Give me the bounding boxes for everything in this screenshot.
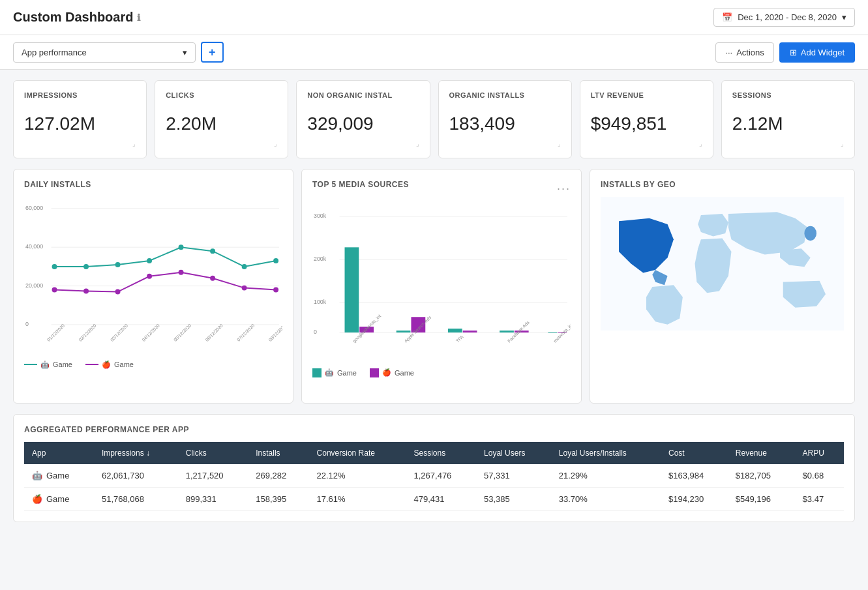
android-icon-2: 🤖 bbox=[325, 368, 334, 377]
app-performance-select[interactable]: App performance ▾ bbox=[13, 42, 196, 63]
aggregated-table: App Impressions ↓ Clicks Installs Conver… bbox=[24, 442, 844, 511]
add-widget-label: Add Widget bbox=[801, 48, 845, 57]
kpi-value-2: 329,009 bbox=[307, 113, 419, 134]
kpi-resize-2[interactable]: ⌟ bbox=[307, 140, 419, 147]
kpi-value-5: 2.12M bbox=[732, 113, 844, 134]
cell-conversion-1: 17.61% bbox=[309, 488, 406, 511]
bar-android-5 bbox=[548, 332, 557, 332]
main-content: IMPRESSIONS 127.02M ⌟ CLICKS 2.20M ⌟ NON… bbox=[0, 70, 868, 533]
actions-button[interactable]: ··· Actions bbox=[715, 42, 773, 63]
kpi-card-5: SESSIONS 2.12M ⌟ bbox=[721, 80, 855, 158]
bar-android-3 bbox=[448, 329, 462, 332]
svg-text:02/12/2020: 02/12/2020 bbox=[78, 323, 97, 342]
daily-installs-title: DAILY INSTALLS bbox=[24, 180, 282, 189]
kpi-label-5: SESSIONS bbox=[732, 91, 844, 99]
kpi-label-3: ORGANIC INSTALLS bbox=[449, 91, 561, 99]
kpi-resize-5[interactable]: ⌟ bbox=[732, 140, 844, 147]
installs-by-geo-chart: INSTALLS BY GEO bbox=[590, 169, 855, 404]
svg-text:mobvista_int: mobvista_int bbox=[552, 322, 571, 344]
kpi-resize-3[interactable]: ⌟ bbox=[449, 140, 561, 147]
page-title: Custom Dashboard ℹ bbox=[13, 10, 140, 25]
kpi-label-1: CLICKS bbox=[166, 91, 277, 99]
bar-android-2 bbox=[397, 331, 411, 332]
toolbar: App performance ▾ + ··· Actions ⊞ Add Wi… bbox=[0, 35, 868, 70]
table-title: AGGREGATED PERFORMANCE PER APP bbox=[24, 425, 844, 434]
bar-android-4 bbox=[500, 331, 514, 332]
kpi-card-2: NON ORGANIC INSTAL 329,009 ⌟ bbox=[296, 80, 430, 158]
cell-app-1: 🍎 Game bbox=[24, 488, 94, 511]
cell-conversion-0: 22.12% bbox=[309, 464, 406, 488]
cell-loyal-1: 53,385 bbox=[476, 488, 551, 511]
kpi-label-4: LTV REVENUE bbox=[591, 91, 702, 99]
select-chevron-icon: ▾ bbox=[183, 48, 187, 57]
kpi-resize-0[interactable]: ⌟ bbox=[24, 140, 136, 147]
toolbar-right: ··· Actions ⊞ Add Widget bbox=[715, 42, 855, 63]
top-media-legend: 🤖 Game 🍎 Game bbox=[312, 368, 571, 377]
series1-point bbox=[242, 264, 247, 269]
series2-point bbox=[179, 270, 184, 275]
kpi-label-0: IMPRESSIONS bbox=[24, 91, 136, 99]
title-text: Custom Dashboard bbox=[13, 10, 133, 25]
top-media-header: TOP 5 MEDIA SOURCES ··· bbox=[312, 180, 571, 197]
cell-clicks-0: 1,217,520 bbox=[178, 464, 248, 488]
kpi-value-4: $949,851 bbox=[591, 113, 702, 134]
kpi-resize-1[interactable]: ⌟ bbox=[166, 140, 277, 147]
cell-loyal-installs-1: 33.70% bbox=[551, 488, 661, 511]
kpi-label-2: NON ORGANIC INSTAL bbox=[307, 91, 419, 99]
series1-point bbox=[52, 264, 57, 269]
kpi-row: IMPRESSIONS 127.02M ⌟ CLICKS 2.20M ⌟ NON… bbox=[13, 80, 855, 158]
apple-icon-table: 🍎 bbox=[32, 494, 42, 504]
svg-text:08/12/2020: 08/12/2020 bbox=[267, 323, 282, 342]
installs-geo-title: INSTALLS BY GEO bbox=[601, 180, 844, 189]
col-installs: Installs bbox=[248, 442, 308, 464]
series2-point bbox=[147, 274, 152, 279]
col-app: App bbox=[24, 442, 94, 464]
series1-point bbox=[210, 248, 215, 254]
cell-arpu-0: $0.68 bbox=[795, 464, 844, 488]
cell-impressions-0: 62,061,730 bbox=[94, 464, 178, 488]
col-revenue: Revenue bbox=[728, 442, 795, 464]
legend-item-ios-2: 🍎 Game bbox=[370, 368, 414, 377]
chart-menu-icon[interactable]: ··· bbox=[557, 182, 571, 196]
col-clicks: Clicks bbox=[178, 442, 248, 464]
col-cost: Cost bbox=[661, 442, 728, 464]
add-tab-button[interactable]: + bbox=[201, 42, 224, 63]
add-widget-button[interactable]: ⊞ Add Widget bbox=[779, 42, 855, 63]
series2-point bbox=[52, 288, 57, 293]
toolbar-left: App performance ▾ + bbox=[13, 42, 224, 63]
legend-android-label: Game bbox=[53, 361, 72, 368]
kpi-value-1: 2.20M bbox=[166, 113, 277, 134]
series2-point bbox=[210, 276, 215, 281]
cell-installs-1: 158,395 bbox=[248, 488, 308, 511]
cell-loyal-0: 57,331 bbox=[476, 464, 551, 488]
table-header-row: App Impressions ↓ Clicks Installs Conver… bbox=[24, 442, 844, 464]
kpi-card-0: IMPRESSIONS 127.02M ⌟ bbox=[13, 80, 147, 158]
kpi-card-4: LTV REVENUE $949,851 ⌟ bbox=[580, 80, 713, 158]
info-icon[interactable]: ℹ bbox=[137, 12, 140, 23]
svg-text:60,000: 60,000 bbox=[25, 205, 43, 211]
svg-text:300k: 300k bbox=[314, 213, 327, 219]
series1-point bbox=[83, 264, 89, 269]
daily-installs-legend: 🤖 Game 🍎 Game bbox=[24, 361, 282, 369]
col-sessions: Sessions bbox=[406, 442, 477, 464]
bar-android-1 bbox=[345, 247, 359, 332]
android-icon: 🤖 bbox=[40, 361, 50, 369]
kpi-resize-4[interactable]: ⌟ bbox=[591, 140, 702, 147]
col-loyal-installs: Loyal Users/Installs bbox=[551, 442, 661, 464]
svg-text:07/12/2020: 07/12/2020 bbox=[236, 323, 256, 342]
legend-ios-label: Game bbox=[114, 361, 134, 368]
cell-arpu-1: $3.47 bbox=[795, 488, 844, 511]
page-header: Custom Dashboard ℹ 📅 Dec 1, 2020 - Dec 8… bbox=[0, 0, 868, 35]
japan bbox=[804, 226, 816, 241]
date-range-button[interactable]: 📅 Dec 1, 2020 - Dec 8, 2020 ▾ bbox=[713, 8, 855, 27]
series1-point bbox=[147, 258, 152, 263]
cell-sessions-1: 479,431 bbox=[406, 488, 477, 511]
kpi-card-3: ORGANIC INSTALLS 183,409 ⌟ bbox=[438, 80, 572, 158]
series2-point bbox=[83, 289, 89, 294]
svg-text:TFA: TFA bbox=[455, 334, 464, 344]
cell-clicks-1: 899,331 bbox=[178, 488, 248, 511]
cell-cost-1: $194,230 bbox=[661, 488, 728, 511]
cell-impressions-1: 51,768,068 bbox=[94, 488, 178, 511]
top-media-sources-chart: TOP 5 MEDIA SOURCES ··· 300k 200k 100k 0 bbox=[301, 169, 582, 404]
kpi-value-0: 127.02M bbox=[24, 113, 136, 134]
